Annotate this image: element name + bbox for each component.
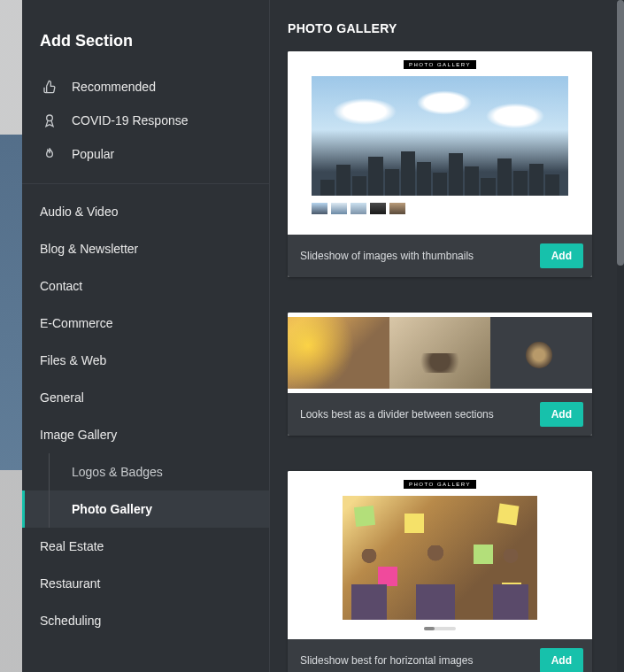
- content-area: PHOTO GALLERY PHOTO GALLERY: [270, 0, 617, 672]
- sidebar-item-label: Popular: [72, 147, 114, 161]
- sidebar-item-recommended[interactable]: Recommended: [22, 70, 269, 104]
- template-card-horizontal-slideshow[interactable]: PHOTO GALLERY Slideshow best for horizon…: [288, 471, 592, 672]
- preview-segment: [490, 317, 592, 389]
- add-button[interactable]: Add: [540, 648, 583, 672]
- slideshow-indicator: [424, 627, 456, 630]
- sidebar-item-popular[interactable]: Popular: [22, 137, 269, 171]
- sidebar-sub-logos-badges[interactable]: Logos & Badges: [22, 453, 269, 490]
- add-button[interactable]: Add: [540, 243, 583, 268]
- preview-segment: [389, 317, 491, 389]
- thumbnail: [312, 203, 327, 214]
- preview-main-image: [312, 76, 568, 196]
- sidebar-cat-general[interactable]: General: [22, 379, 269, 416]
- template-preview: [288, 313, 592, 393]
- flame-icon: [40, 147, 59, 161]
- background-strip: [0, 0, 22, 672]
- photo-gallery-tag: PHOTO GALLERY: [404, 60, 476, 69]
- sidebar: Add Section Recommended COVID-19 Respons…: [22, 0, 270, 672]
- sidebar-top-group: Recommended COVID-19 Response Popular: [22, 70, 269, 184]
- sidebar-cat-files-web[interactable]: Files & Web: [22, 342, 269, 379]
- template-preview: PHOTO GALLERY: [288, 51, 592, 235]
- preview-thumbnails: [288, 203, 405, 214]
- thumbnail: [331, 203, 347, 214]
- sidebar-subgroup-image-gallery: Logos & Badges Photo Gallery: [22, 453, 269, 528]
- sidebar-cat-blog-newsletter[interactable]: Blog & Newsletter: [22, 230, 269, 267]
- sidebar-cat-restaurant[interactable]: Restaurant: [22, 565, 269, 602]
- thumbnail: [351, 203, 366, 214]
- template-footer: Looks best as a divider between sections…: [288, 393, 592, 436]
- sidebar-cat-image-gallery[interactable]: Image Gallery: [22, 416, 269, 453]
- template-card-slideshow-thumbnails[interactable]: PHOTO GALLERY Slideshow of images with t…: [288, 51, 592, 277]
- add-button[interactable]: Add: [540, 402, 583, 427]
- template-caption: Slideshow best for horizontal images: [300, 654, 473, 667]
- panel-scrollbar[interactable]: [617, 0, 624, 266]
- sidebar-cat-real-estate[interactable]: Real Estate: [22, 528, 269, 565]
- thumbnail: [389, 203, 405, 214]
- sidebar-sub-photo-gallery[interactable]: Photo Gallery: [22, 490, 269, 528]
- sidebar-item-covid-response[interactable]: COVID-19 Response: [22, 104, 269, 137]
- template-footer: Slideshow best for horizontal images Add: [288, 639, 592, 672]
- template-card-divider[interactable]: Looks best as a divider between sections…: [288, 313, 592, 436]
- photo-gallery-tag: PHOTO GALLERY: [404, 480, 476, 489]
- add-section-panel: Add Section Recommended COVID-19 Respons…: [22, 0, 617, 672]
- sidebar-categories: Audio & Video Blog & Newsletter Contact …: [22, 184, 269, 648]
- sidebar-cat-contact[interactable]: Contact: [22, 267, 269, 305]
- template-caption: Slideshow of images with thumbnails: [300, 250, 474, 262]
- template-preview: PHOTO GALLERY: [288, 471, 592, 639]
- svg-point-0: [47, 115, 53, 121]
- thumbnail: [370, 203, 386, 214]
- preview-segment: [288, 317, 389, 389]
- sidebar-title: Add Section: [22, 0, 269, 70]
- template-caption: Looks best as a divider between sections: [300, 408, 494, 421]
- sidebar-cat-scheduling[interactable]: Scheduling: [22, 602, 269, 639]
- content-title: PHOTO GALLERY: [288, 21, 605, 35]
- preview-main-image: [343, 496, 537, 620]
- sidebar-cat-audio-video[interactable]: Audio & Video: [22, 193, 269, 230]
- sidebar-item-label: COVID-19 Response: [72, 113, 189, 127]
- template-footer: Slideshow of images with thumbnails Add: [288, 235, 592, 277]
- ribbon-icon: [40, 113, 59, 127]
- thumbs-up-icon: [40, 80, 59, 94]
- sidebar-cat-ecommerce[interactable]: E-Commerce: [22, 305, 269, 342]
- sidebar-item-label: Recommended: [72, 80, 156, 94]
